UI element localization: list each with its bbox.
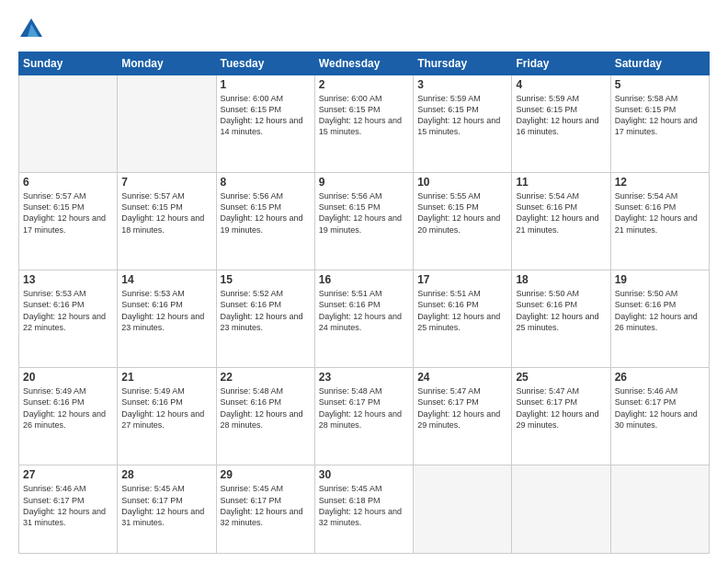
calendar-cell: 30Sunrise: 5:45 AM Sunset: 6:18 PM Dayli… (314, 465, 413, 554)
day-number: 9 (319, 176, 409, 189)
day-number: 28 (121, 468, 211, 481)
calendar-cell: 27Sunrise: 5:46 AM Sunset: 6:17 PM Dayli… (19, 465, 118, 554)
calendar-cell: 6Sunrise: 5:57 AM Sunset: 6:15 PM Daylig… (19, 173, 118, 270)
calendar-cell: 11Sunrise: 5:54 AM Sunset: 6:16 PM Dayli… (512, 173, 610, 270)
calendar-header-thursday: Thursday (414, 52, 512, 75)
calendar-cell: 20Sunrise: 5:49 AM Sunset: 6:16 PM Dayli… (19, 368, 118, 465)
day-info: Sunrise: 5:59 AM Sunset: 6:15 PM Dayligh… (417, 93, 507, 138)
calendar-cell: 19Sunrise: 5:50 AM Sunset: 6:16 PM Dayli… (610, 270, 709, 368)
calendar-cell: 4Sunrise: 5:59 AM Sunset: 6:15 PM Daylig… (512, 75, 610, 173)
calendar-cell: 10Sunrise: 5:55 AM Sunset: 6:15 PM Dayli… (414, 173, 512, 270)
calendar-cell: 26Sunrise: 5:46 AM Sunset: 6:17 PM Dayli… (610, 368, 709, 465)
day-number: 13 (23, 273, 113, 286)
day-number: 21 (121, 371, 211, 384)
day-info: Sunrise: 5:54 AM Sunset: 6:16 PM Dayligh… (615, 190, 705, 236)
day-number: 15 (221, 273, 311, 286)
calendar-cell: 8Sunrise: 5:56 AM Sunset: 6:15 PM Daylig… (216, 173, 314, 270)
day-info: Sunrise: 5:48 AM Sunset: 6:17 PM Dayligh… (319, 385, 409, 431)
day-info: Sunrise: 5:46 AM Sunset: 6:17 PM Dayligh… (615, 385, 705, 431)
calendar-cell: 1Sunrise: 6:00 AM Sunset: 6:15 PM Daylig… (216, 75, 314, 173)
day-number: 7 (121, 176, 211, 189)
day-number: 16 (319, 273, 409, 286)
day-info: Sunrise: 5:51 AM Sunset: 6:16 PM Dayligh… (417, 288, 507, 333)
day-number: 1 (221, 78, 311, 91)
calendar-cell: 28Sunrise: 5:45 AM Sunset: 6:17 PM Dayli… (118, 465, 216, 554)
day-number: 6 (23, 176, 113, 189)
calendar-cell: 9Sunrise: 5:56 AM Sunset: 6:15 PM Daylig… (314, 173, 413, 270)
calendar-week-3: 20Sunrise: 5:49 AM Sunset: 6:16 PM Dayli… (19, 368, 710, 465)
day-info: Sunrise: 5:50 AM Sunset: 6:16 PM Dayligh… (516, 288, 606, 333)
day-info: Sunrise: 5:49 AM Sunset: 6:16 PM Dayligh… (121, 385, 211, 431)
day-info: Sunrise: 5:47 AM Sunset: 6:17 PM Dayligh… (417, 385, 507, 431)
page: SundayMondayTuesdayWednesdayThursdayFrid… (0, 0, 728, 563)
day-info: Sunrise: 5:56 AM Sunset: 6:15 PM Dayligh… (221, 190, 311, 236)
header (18, 17, 710, 42)
day-number: 22 (221, 371, 311, 384)
day-number: 18 (516, 273, 606, 286)
day-number: 3 (417, 78, 507, 91)
day-info: Sunrise: 5:50 AM Sunset: 6:16 PM Dayligh… (615, 288, 705, 333)
calendar-header-sunday: Sunday (19, 52, 118, 75)
calendar-cell: 5Sunrise: 5:58 AM Sunset: 6:15 PM Daylig… (610, 75, 709, 173)
day-number: 11 (516, 176, 606, 189)
day-number: 17 (417, 273, 507, 286)
day-number: 2 (319, 78, 409, 91)
calendar-cell: 17Sunrise: 5:51 AM Sunset: 6:16 PM Dayli… (414, 270, 512, 368)
calendar-week-0: 1Sunrise: 6:00 AM Sunset: 6:15 PM Daylig… (19, 75, 710, 173)
day-number: 23 (319, 371, 409, 384)
day-info: Sunrise: 5:48 AM Sunset: 6:16 PM Dayligh… (221, 385, 311, 431)
day-info: Sunrise: 5:45 AM Sunset: 6:17 PM Dayligh… (121, 483, 211, 528)
calendar-cell: 7Sunrise: 5:57 AM Sunset: 6:15 PM Daylig… (118, 173, 216, 270)
calendar-cell: 23Sunrise: 5:48 AM Sunset: 6:17 PM Dayli… (314, 368, 413, 465)
day-info: Sunrise: 5:45 AM Sunset: 6:17 PM Dayligh… (221, 483, 311, 528)
calendar-week-2: 13Sunrise: 5:53 AM Sunset: 6:16 PM Dayli… (19, 270, 710, 368)
calendar-header-row: SundayMondayTuesdayWednesdayThursdayFrid… (19, 52, 710, 75)
day-info: Sunrise: 5:46 AM Sunset: 6:17 PM Dayligh… (23, 483, 113, 528)
calendar-cell: 12Sunrise: 5:54 AM Sunset: 6:16 PM Dayli… (610, 173, 709, 270)
calendar-cell (512, 465, 610, 554)
calendar-header-monday: Monday (118, 52, 216, 75)
logo (18, 17, 48, 42)
calendar-cell: 25Sunrise: 5:47 AM Sunset: 6:17 PM Dayli… (512, 368, 610, 465)
day-number: 30 (319, 468, 409, 481)
day-info: Sunrise: 5:45 AM Sunset: 6:18 PM Dayligh… (319, 483, 409, 528)
day-info: Sunrise: 5:53 AM Sunset: 6:16 PM Dayligh… (121, 288, 211, 333)
day-number: 14 (121, 273, 211, 286)
calendar-cell: 21Sunrise: 5:49 AM Sunset: 6:16 PM Dayli… (118, 368, 216, 465)
calendar-cell: 2Sunrise: 6:00 AM Sunset: 6:15 PM Daylig… (314, 75, 413, 173)
logo-icon (18, 17, 44, 42)
calendar-cell (610, 465, 709, 554)
calendar-cell (414, 465, 512, 554)
calendar-cell: 24Sunrise: 5:47 AM Sunset: 6:17 PM Dayli… (414, 368, 512, 465)
day-info: Sunrise: 6:00 AM Sunset: 6:15 PM Dayligh… (319, 93, 409, 138)
calendar: SundayMondayTuesdayWednesdayThursdayFrid… (18, 52, 710, 554)
day-info: Sunrise: 5:53 AM Sunset: 6:16 PM Dayligh… (23, 288, 113, 333)
day-number: 8 (221, 176, 311, 189)
day-number: 19 (615, 273, 705, 286)
day-info: Sunrise: 5:47 AM Sunset: 6:17 PM Dayligh… (516, 385, 606, 431)
day-number: 24 (417, 371, 507, 384)
calendar-week-1: 6Sunrise: 5:57 AM Sunset: 6:15 PM Daylig… (19, 173, 710, 270)
day-number: 10 (417, 176, 507, 189)
calendar-cell: 22Sunrise: 5:48 AM Sunset: 6:16 PM Dayli… (216, 368, 314, 465)
calendar-cell: 18Sunrise: 5:50 AM Sunset: 6:16 PM Dayli… (512, 270, 610, 368)
calendar-cell (118, 75, 216, 173)
calendar-cell: 14Sunrise: 5:53 AM Sunset: 6:16 PM Dayli… (118, 270, 216, 368)
day-number: 5 (615, 78, 705, 91)
calendar-cell: 29Sunrise: 5:45 AM Sunset: 6:17 PM Dayli… (216, 465, 314, 554)
day-info: Sunrise: 5:57 AM Sunset: 6:15 PM Dayligh… (23, 190, 113, 236)
calendar-cell: 15Sunrise: 5:52 AM Sunset: 6:16 PM Dayli… (216, 270, 314, 368)
day-info: Sunrise: 5:49 AM Sunset: 6:16 PM Dayligh… (23, 385, 113, 431)
calendar-cell (19, 75, 118, 173)
day-info: Sunrise: 5:54 AM Sunset: 6:16 PM Dayligh… (516, 190, 606, 236)
day-info: Sunrise: 5:58 AM Sunset: 6:15 PM Dayligh… (615, 93, 705, 138)
day-info: Sunrise: 5:56 AM Sunset: 6:15 PM Dayligh… (319, 190, 409, 236)
day-number: 26 (615, 371, 705, 384)
calendar-header-saturday: Saturday (610, 52, 709, 75)
day-info: Sunrise: 5:52 AM Sunset: 6:16 PM Dayligh… (221, 288, 311, 333)
day-number: 4 (516, 78, 606, 91)
day-info: Sunrise: 6:00 AM Sunset: 6:15 PM Dayligh… (221, 93, 311, 138)
day-number: 12 (615, 176, 705, 189)
calendar-cell: 3Sunrise: 5:59 AM Sunset: 6:15 PM Daylig… (414, 75, 512, 173)
day-number: 25 (516, 371, 606, 384)
